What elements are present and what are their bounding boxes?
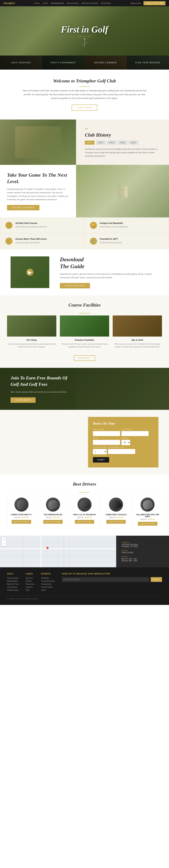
driver-old-price-1: $419.00 <box>46 517 52 519</box>
add-to-cart-4[interactable]: ADD TO CART <box>138 522 158 526</box>
guide-content: Download The Guide Download the guide to… <box>60 256 159 288</box>
club-history-content: ❧ Club History 1877 1900 1934 1968 2002 … <box>76 120 169 165</box>
feature-golf-coaching[interactable]: GOLF COACHING <box>0 56 42 70</box>
address-label: ADDRESS <box>121 541 164 543</box>
footer-link-tournaments-2[interactable]: Tournaments <box>41 583 55 585</box>
practice-name: Practice Facilities <box>60 339 109 341</box>
driver-card-3: COBRA KING 170 BLACK $299.00 $279.00 ADD… <box>102 495 131 529</box>
driver-price-0: $350.00 $319.50 <box>9 516 34 519</box>
tools-icon: 🔧 <box>90 238 97 245</box>
driver-img-0 <box>15 498 29 512</box>
footer-link-book-tee[interactable]: Book Tee Time <box>7 583 19 585</box>
nav-private-events[interactable]: Private Events <box>82 2 98 4</box>
driver-name-4: CALLAWAY EPIC EPIC SZR GREY <box>135 514 160 518</box>
pro-shop-desc: Our pro shop is always stocked with the … <box>7 343 56 348</box>
map-area[interactable]: + − <box>0 536 116 567</box>
driver-img-4 <box>140 498 154 512</box>
newsletter-email-input[interactable] <box>62 577 149 582</box>
history-tab-1900[interactable]: 1900 <box>96 141 105 145</box>
map-zoom-in[interactable]: + <box>2 537 6 542</box>
history-tab-2002[interactable]: 2002 <box>129 141 138 145</box>
feature-card-golf-course: ⛳ 18-Hole Golf Course Collins deliver ex… <box>0 217 84 233</box>
footer-link-tournaments[interactable]: Tournaments <box>7 586 19 588</box>
next-level-image <box>76 165 169 217</box>
driver-old-price-4: $450.00 <box>140 519 147 520</box>
feature-become-member[interactable]: BECOME A MEMBER <box>84 56 127 70</box>
feature-card-founded-text: Founded In 1877 Excellent history and se… <box>100 238 122 244</box>
practice-desc: Triompher Golf Club has a warm up area a… <box>60 343 109 348</box>
tee-time-submit-button[interactable]: SUBMIT <box>93 457 109 463</box>
download-here-button[interactable]: DOWNLOAD HERE <box>60 283 90 288</box>
add-to-cart-3[interactable]: ADD TO CART <box>106 520 126 524</box>
driver-price-3: $299.00 $279.00 <box>104 516 129 519</box>
join-content: Join To Earn Free Rounds Of Golf And Gol… <box>0 368 84 410</box>
nav-golf[interactable]: Golf <box>43 2 48 4</box>
feature-cards-grid: ⛳ 18-Hole Golf Course Collins deliver ex… <box>0 217 169 249</box>
add-to-cart-1[interactable]: ADD TO CART <box>43 520 63 524</box>
history-tab-1934[interactable]: 1934 <box>107 141 116 145</box>
footer-golf-col: Golf Golf Coaching Memberships Book Tee … <box>7 572 19 592</box>
footer-link-about[interactable]: About Us <box>26 577 34 579</box>
feature-card-golf-title: 18-Hole Golf Course <box>15 222 47 224</box>
map-zoom-out[interactable]: − <box>2 542 6 546</box>
footer-link-private-events[interactable]: Private Events <box>7 589 19 591</box>
footer-link-corporate[interactable]: Corporate Events <box>41 580 55 582</box>
time-input[interactable] <box>108 449 135 454</box>
nav-home[interactable]: Home <box>34 2 40 4</box>
newsletter-submit-button[interactable]: SUBMIT <box>151 577 162 582</box>
footer-link-weddings[interactable]: Weddings <box>41 577 55 579</box>
feature-host-tournament[interactable]: HOST A TOURNAMENT <box>42 56 84 70</box>
trophy-icon: 🏆 <box>90 222 97 229</box>
holes-select[interactable]: 18 9 <box>121 440 130 445</box>
last-name-input[interactable] <box>121 431 148 436</box>
first-name-input[interactable] <box>93 431 120 436</box>
book-tee-time-button[interactable]: BOOK A TEE TIME <box>143 1 166 5</box>
footer-link-galas[interactable]: Galas <box>41 589 55 591</box>
add-to-cart-0[interactable]: ADD TO CART <box>11 520 31 524</box>
hours-label: HOURS <box>121 556 164 557</box>
show-all-button[interactable]: SHOW ALL <box>74 355 95 361</box>
nav-membership[interactable]: Membership <box>51 2 64 4</box>
feature-label-1: GOLF COACHING <box>11 62 31 64</box>
tee-time-form: Book a Tee Time First Name Last Name Dat… <box>88 417 159 467</box>
footer-newsletter-col: Sign Up To Receive Our Newsletter SUBMIT <box>62 572 162 592</box>
nav-resources[interactable]: Resources <box>67 2 79 4</box>
join-learn-more-button[interactable]: LEARN MORE <box>10 397 35 403</box>
become-member-button[interactable]: BECOME A MEMBER <box>7 205 39 210</box>
history-tab-1877[interactable]: 1877 <box>85 141 94 145</box>
history-tabs: 1877 1900 1934 1968 2002 <box>85 141 160 145</box>
date-input[interactable] <box>93 440 120 445</box>
nav-features[interactable]: Features <box>101 2 111 4</box>
wheat-decoration: ❧ <box>85 127 160 131</box>
driver-name-3: COBRA KING 170 BLACK <box>104 514 129 516</box>
welcome-section: Welcome to Triompher Golf Club Here at T… <box>0 70 169 120</box>
footer-link-features[interactable]: Features <box>26 586 34 588</box>
club-history-section: ❧ Club History 1877 1900 1934 1968 2002 … <box>0 120 169 165</box>
footer-events-heading: Events <box>41 572 55 575</box>
footer-link-contact[interactable]: Contact <box>26 580 34 582</box>
driver-price-2: $395.00 $349.00 <box>72 516 97 519</box>
footer-bottom: © Triompher Golf Club. All Rights Reserv… <box>7 596 162 600</box>
add-to-cart-2[interactable]: ADD TO CART <box>75 520 94 524</box>
feature-label-2: HOST A TOURNAMENT <box>51 62 76 64</box>
history-tab-1968[interactable]: 1968 <box>118 141 127 145</box>
welcome-learn-more-button[interactable]: LEARN MORE <box>72 104 97 111</box>
best-drivers-section: Best Drivers COBRA ULTRA KING F7+ $350.0… <box>0 474 169 536</box>
drivers-grid: COBRA ULTRA KING F7+ $350.00 $319.50 ADD… <box>7 495 162 529</box>
welcome-text: Here at Triompher Golf Club, we pride ou… <box>21 89 148 100</box>
club-history-heading: Club History <box>85 132 160 138</box>
feature-label-3: BECOME A MEMBER <box>94 62 117 64</box>
golfers-select[interactable]: 1 2 3 4 <box>93 449 107 454</box>
footer-newsletter-form: SUBMIT <box>62 577 162 582</box>
logo[interactable]: triompher <box>3 2 15 5</box>
footer-link-memberships[interactable]: Memberships <box>7 580 19 582</box>
footer-link-faq[interactable]: FAQ <box>26 589 34 591</box>
feature-plan-wedding[interactable]: PLAN YOUR WEDDING <box>127 56 169 70</box>
footer-link-resources[interactable]: Resources <box>26 583 34 585</box>
map-section: + − ADDRESS 1234 Golf Club Drive Triomph… <box>0 536 169 567</box>
footer-link-golf-coaching[interactable]: Golf Coaching <box>7 577 19 579</box>
feature-card-founded: 🔧 Founded In 1877 Excellent history and … <box>84 233 169 249</box>
driver-card-4: CALLAWAY EPIC EPIC SZR GREY $450.00 $429… <box>133 495 162 529</box>
footer-link-parties[interactable]: Private Parties <box>41 586 55 588</box>
driver-old-price-2: $395.00 <box>77 517 84 519</box>
